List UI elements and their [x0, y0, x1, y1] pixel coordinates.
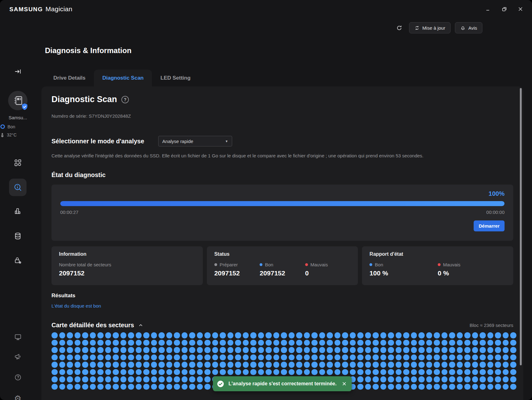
sector-dot — [204, 362, 211, 368]
sector-dot — [174, 376, 180, 383]
sector-dot — [373, 347, 379, 353]
toast-close-icon[interactable] — [342, 381, 347, 386]
sector-dot — [166, 376, 173, 383]
sector-dot — [59, 340, 66, 346]
sector-dot — [319, 332, 325, 338]
sector-dot — [296, 354, 302, 361]
sector-dot — [380, 354, 387, 361]
tab-drive-details[interactable]: Drive Details — [45, 70, 94, 86]
sector-dot — [227, 354, 234, 361]
minimize-button[interactable] — [484, 5, 492, 13]
sector-dot — [128, 354, 134, 361]
sector-dot — [75, 376, 81, 383]
serial-number: Numéro de série: S7YDNJ0Y202848Z — [51, 113, 513, 119]
start-button[interactable]: Démarrer — [474, 220, 505, 231]
sector-dot — [128, 384, 134, 390]
sidebar-item-performance[interactable] — [9, 202, 27, 220]
sector-dot — [212, 369, 218, 375]
sector-dot — [90, 362, 96, 368]
sector-dot — [365, 347, 371, 353]
sidebar-item-settings[interactable]: ⚙ — [9, 390, 27, 400]
sector-dot — [67, 354, 73, 361]
sector-dot — [136, 376, 142, 383]
sector-dot — [266, 354, 272, 361]
sector-dot — [403, 369, 409, 375]
sector-dot — [411, 369, 417, 375]
sector-dot — [227, 332, 234, 338]
sidebar-item-system[interactable] — [9, 328, 27, 346]
sector-dot — [120, 332, 127, 338]
sidebar-item-help[interactable] — [9, 368, 27, 386]
close-button[interactable] — [516, 5, 525, 13]
sector-dot — [113, 384, 119, 390]
scan-mode-select[interactable]: Analyse rapide ▼ — [158, 136, 232, 146]
help-circle-icon — [14, 373, 22, 381]
notice-button[interactable]: Avis — [455, 22, 482, 33]
sector-dot — [189, 376, 195, 383]
sector-dot — [327, 340, 333, 346]
sector-dot — [97, 376, 104, 383]
sector-dot — [227, 347, 234, 353]
sector-dot — [97, 340, 104, 346]
sector-dot — [204, 376, 211, 383]
sector-dot — [90, 384, 96, 390]
sidebar-expand-button[interactable] — [0, 68, 36, 75]
sector-dot — [464, 362, 471, 368]
refresh-button[interactable] — [394, 22, 405, 33]
sector-dot — [197, 369, 203, 375]
sidebar-item-diagnosis[interactable] — [9, 179, 27, 196]
restore-button[interactable] — [500, 5, 508, 13]
sector-dot — [204, 332, 211, 338]
brand-samsung: SAMSUNG — [9, 6, 43, 13]
sector-dot — [418, 347, 425, 353]
sector-dot — [281, 354, 287, 361]
report-bad-value: 0 % — [438, 269, 506, 277]
caret-down-icon: ▼ — [225, 140, 228, 143]
sidebar-item-security[interactable] — [9, 252, 27, 269]
temperature-label: 32°C — [7, 132, 17, 137]
sidebar-item-announcements[interactable] — [9, 348, 27, 365]
sector-dot — [105, 384, 111, 390]
sector-dot — [273, 369, 280, 375]
sector-dot — [67, 369, 73, 375]
titlebar: SAMSUNG Magician — [0, 0, 532, 18]
sector-dot — [350, 332, 356, 338]
sector-dot — [281, 340, 287, 346]
bar-chart-icon — [14, 207, 22, 215]
sector-dot — [396, 340, 402, 346]
sector-map-heading: Carte détaillée des secteurs — [51, 322, 134, 329]
sidebar-item-data-management[interactable] — [9, 227, 27, 245]
total-sectors-value: 2097152 — [59, 269, 195, 277]
update-button[interactable]: Mise à jour — [409, 22, 451, 33]
results-link[interactable]: L'état du disque est bon — [51, 303, 101, 309]
progress-card: 100% 00:00:27 00:00:00 Démarrer — [51, 185, 513, 241]
tab-diagnostic-scan[interactable]: Diagnostic Scan — [94, 70, 152, 86]
sector-dot — [327, 369, 333, 375]
sector-dot — [418, 354, 425, 361]
sector-dot — [67, 340, 73, 346]
sector-dot — [258, 347, 264, 353]
drive-avatar[interactable] — [0, 91, 36, 110]
help-icon[interactable]: ? — [121, 96, 129, 103]
sector-dot — [503, 354, 509, 361]
sector-dot — [434, 354, 440, 361]
sector-dot — [235, 340, 241, 346]
vertical-scrollbar[interactable] — [520, 88, 522, 365]
chevron-up-icon[interactable] — [138, 323, 144, 328]
sector-dot — [388, 376, 394, 383]
tab-led-setting[interactable]: LED Setting — [152, 70, 199, 86]
sector-dot — [197, 376, 203, 383]
sector-dot — [304, 354, 310, 361]
sector-dot — [212, 347, 218, 353]
sector-dot — [357, 340, 364, 346]
sector-dot — [120, 347, 127, 353]
sector-dot — [151, 354, 157, 361]
sector-dot — [289, 354, 295, 361]
sidebar-item-dashboard[interactable] — [9, 154, 27, 171]
sector-dot — [350, 369, 356, 375]
sector-dot — [212, 354, 218, 361]
sector-dot — [97, 332, 104, 338]
sector-dot — [510, 340, 516, 346]
sector-dot — [357, 354, 364, 361]
sector-dot — [365, 376, 371, 383]
